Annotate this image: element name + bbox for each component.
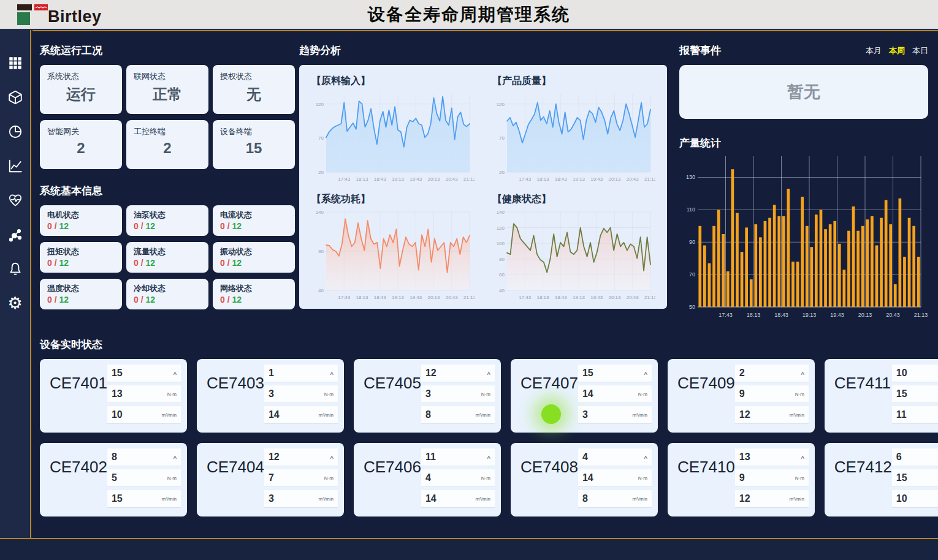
- device-card-CE7404[interactable]: CE740412A7N·m3m³/min: [197, 443, 344, 516]
- device-metric-unit: m³/min: [632, 412, 647, 418]
- alarm-tab-本日[interactable]: 本日: [912, 45, 928, 56]
- svg-text:18:13: 18:13: [536, 295, 549, 300]
- svg-text:90: 90: [689, 239, 695, 245]
- device-metric-unit: N·m: [324, 392, 334, 397]
- sidebar-item-statistics[interactable]: [0, 115, 31, 149]
- status-card: 系统状态运行: [40, 65, 122, 114]
- svg-text:18:13: 18:13: [356, 295, 368, 300]
- main-content: 系统运行工况 系统状态运行联网状态正常授权状态无智能网关2工控终端2设备终端15…: [32, 30, 938, 538]
- sidebar-item-alarms[interactable]: [0, 252, 31, 286]
- device-metric-value: 1: [269, 368, 274, 379]
- trend-title: 趋势分析: [299, 44, 667, 58]
- device-metric-row: 9N·m: [735, 469, 809, 487]
- info-card-status: 0 / 12: [134, 221, 208, 231]
- device-card-CE7410[interactable]: CE741013A9N·m12m³/min: [668, 443, 815, 516]
- device-status-title: 设备实时状态: [40, 338, 929, 352]
- total-count: 12: [145, 295, 155, 305]
- device-metric-rows: 12A7N·m3m³/min: [264, 448, 338, 516]
- info-card-label: 网络状态: [220, 283, 295, 294]
- svg-text:18:13: 18:13: [747, 312, 761, 318]
- line-chart-health_status: 40608010012014017:4318:1318:4319:1319:43…: [489, 207, 655, 303]
- device-metric-rows: 8A5N·m15m³/min: [107, 448, 181, 516]
- device-name: CE7410: [677, 458, 735, 516]
- svg-text:18:13: 18:13: [536, 176, 549, 182]
- status-card-label: 系统状态: [47, 71, 122, 82]
- device-metric-unit: A: [173, 455, 177, 460]
- svg-text:17:43: 17:43: [719, 312, 733, 318]
- total-count: 12: [59, 221, 69, 231]
- device-card-CE7402[interactable]: CE74028A5N·m15m³/min: [40, 443, 187, 516]
- footer: [0, 538, 938, 560]
- device-card-CE7401[interactable]: CE740115A13N·m10m³/min: [40, 359, 187, 433]
- device-card-CE7405[interactable]: CE740512A3N·m8m³/min: [354, 359, 501, 433]
- device-metric-row: 5N·m: [107, 469, 181, 487]
- svg-text:20:13: 20:13: [427, 295, 440, 300]
- device-metric-row: 10m³/min: [107, 406, 181, 424]
- info-card: 扭矩状态0 / 12: [40, 242, 122, 273]
- sidebar: ⚙: [0, 30, 31, 538]
- info-card-label: 扭矩状态: [47, 246, 122, 257]
- device-card-CE7406[interactable]: CE740611A4N·m14m³/min: [354, 443, 501, 516]
- device-metric-value: 12: [425, 368, 437, 379]
- total-count: 12: [232, 295, 242, 305]
- sidebar-item-model[interactable]: [0, 80, 31, 115]
- svg-text:21:13: 21:13: [644, 176, 655, 182]
- device-metric-unit: A: [644, 371, 647, 376]
- device-metric-unit: A: [330, 371, 334, 376]
- sidebar-item-settings[interactable]: ⚙: [0, 286, 31, 320]
- alarm-count: 0 /: [220, 221, 232, 231]
- sidebar-item-network[interactable]: [0, 218, 31, 252]
- device-card-CE7403[interactable]: CE74031A3N·m14m³/min: [197, 359, 344, 433]
- device-card-CE7412[interactable]: CE74126A15N·m10m³/min: [825, 443, 938, 516]
- device-name: CE7401: [50, 374, 107, 433]
- heart-pulse-icon: [7, 192, 23, 208]
- device-metric-unit: m³/min: [475, 412, 490, 418]
- sidebar-item-health[interactable]: [0, 183, 31, 218]
- svg-text:120: 120: [497, 102, 505, 107]
- device-metric-value: 15: [112, 493, 123, 504]
- sidebar-item-apps[interactable]: [0, 46, 31, 80]
- device-metric-unit: m³/min: [318, 496, 333, 502]
- info-card-label: 冷却状态: [134, 283, 208, 294]
- status-card-value: 2: [40, 140, 122, 157]
- device-metric-value: 9: [739, 388, 745, 399]
- info-card: 网络状态0 / 12: [213, 279, 295, 309]
- device-card-CE7409[interactable]: CE74092A9N·m12m³/min: [668, 359, 815, 433]
- svg-text:17:43: 17:43: [338, 295, 351, 300]
- device-metric-value: 8: [582, 493, 588, 504]
- svg-text:70: 70: [318, 135, 324, 141]
- device-metric-row: 15N·m: [892, 469, 938, 487]
- svg-text:17:43: 17:43: [519, 295, 532, 300]
- device-metric-row: 2A: [735, 365, 809, 382]
- device-metric-rows: 12A3N·m8m³/min: [421, 365, 495, 433]
- device-metric-unit: A: [644, 455, 647, 460]
- svg-text:21:13: 21:13: [463, 176, 475, 182]
- svg-text:20:43: 20:43: [446, 295, 459, 300]
- alarm-tab-本周[interactable]: 本周: [889, 45, 905, 56]
- device-metric-row: 1A: [264, 365, 338, 382]
- info-card-status: 0 / 12: [220, 295, 295, 305]
- device-card-CE7407[interactable]: CE740715A14N·m3m³/min: [511, 359, 658, 433]
- svg-text:100: 100: [497, 241, 505, 246]
- alarm-count: 0 /: [134, 221, 145, 231]
- svg-text:21:13: 21:13: [914, 312, 928, 318]
- device-metric-value: 15: [896, 472, 907, 483]
- device-metric-unit: N·m: [481, 475, 490, 481]
- alarm-count: 0 /: [220, 295, 232, 305]
- alarm-period-tabs: 本月本周本日: [866, 45, 928, 56]
- sidebar-item-trend[interactable]: [0, 149, 31, 183]
- alarm-tab-本月[interactable]: 本月: [866, 45, 882, 56]
- device-metric-row: 4N·m: [421, 469, 495, 487]
- device-metric-value: 3: [269, 388, 274, 399]
- system-status-panel: 系统运行工况 系统状态运行联网状态正常授权状态无智能网关2工控终端2设备终端15…: [40, 44, 295, 309]
- device-name: CE7406: [364, 458, 421, 516]
- header: 设备全寿命周期管理系统 Birtley: [0, 0, 938, 30]
- svg-text:20: 20: [318, 170, 324, 175]
- device-card-CE7408[interactable]: CE74084A14N·m8m³/min: [511, 443, 658, 516]
- device-metric-row: 11A: [421, 448, 495, 466]
- device-card-CE7411[interactable]: CE741110A15N·m11m³/min: [825, 359, 938, 433]
- device-metric-rows: 6A15N·m10m³/min: [892, 448, 938, 516]
- device-metric-value: 12: [269, 452, 280, 463]
- svg-text:70: 70: [689, 271, 695, 278]
- device-metric-value: 10: [896, 493, 907, 504]
